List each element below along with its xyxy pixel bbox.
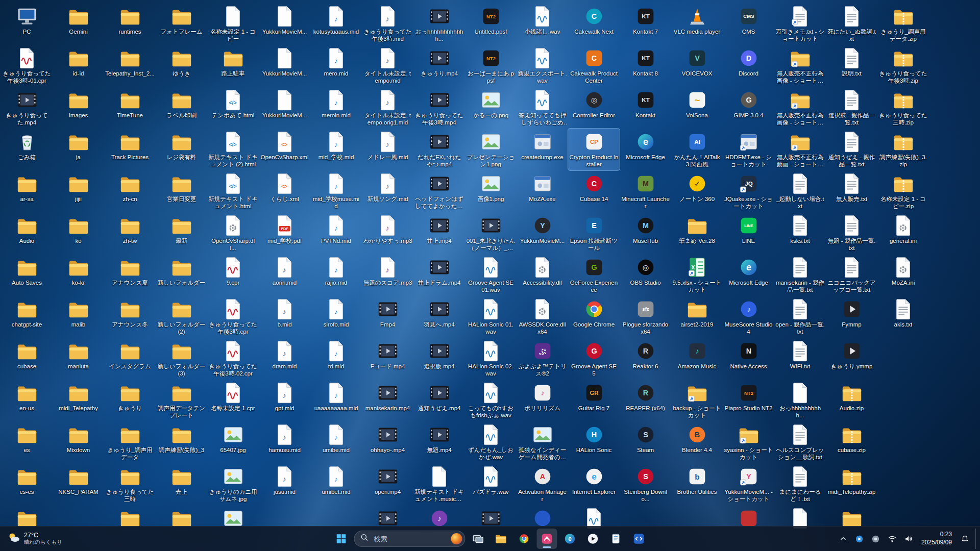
- desktop-icon[interactable]: PDFmid_学校.pdf: [259, 212, 310, 254]
- show-desktop-strip[interactable]: [975, 529, 978, 549]
- desktop-icon[interactable]: ♪umibe.mid: [310, 421, 362, 463]
- desktop-icon[interactable]: DDiscord: [723, 45, 774, 87]
- desktop-icon[interactable]: 65407.jpg: [207, 421, 259, 463]
- desktop-icon[interactable]: 万引きメモ.txt - ショートカット: [774, 3, 826, 45]
- desktop-icon[interactable]: manisekarin.mp4: [362, 380, 413, 421]
- desktop-icon[interactable]: malib: [53, 296, 104, 338]
- desktop-icon[interactable]: 孤独なインディーゲーム開発者の一生...: [517, 421, 568, 463]
- desktop-icon[interactable]: BBlender 4.4: [671, 421, 723, 463]
- desktop-icon[interactable]: ♪メドレー風.mid: [362, 129, 413, 170]
- desktop-icon[interactable]: 井上.mp4: [413, 212, 465, 254]
- desktop-icon[interactable]: ヘッドフォンはずしててよかった.mp4: [413, 170, 465, 212]
- desktop-icon[interactable]: ニコニコバックアップコ一覧.txt: [826, 254, 877, 296]
- desktop-icon[interactable]: こってものhすおもfdsbぷぁ.wav: [465, 380, 517, 421]
- desktop-icon[interactable]: 9.cpr: [207, 254, 259, 296]
- desktop-icon[interactable]: bBrother Utilities: [671, 463, 723, 505]
- tray-app-blue-icon[interactable]: [852, 530, 867, 548]
- desktop-icon[interactable]: ♪gpt.mid: [259, 380, 310, 421]
- desktop-icon[interactable]: 無題 - 親作品一覧.txt: [826, 212, 877, 254]
- desktop-icon[interactable]: ごみ箱: [1, 129, 53, 170]
- desktop-icon[interactable]: きゅうり食ってた午後3時-02.cpr: [207, 338, 259, 380]
- desktop-icon[interactable]: HHALion Sonic: [568, 421, 620, 463]
- desktop-icon[interactable]: きゅうり_調声用データ: [104, 421, 156, 463]
- desktop-icon[interactable]: NT2Untitled.ppsf: [465, 3, 517, 45]
- desktop-icon[interactable]: 答え知ってても押しずらいわごめん.wav: [517, 87, 568, 129]
- desktop-icon[interactable]: ksks.txt: [774, 212, 826, 254]
- desktop-icon[interactable]: NNative Access: [723, 338, 774, 380]
- desktop-icon[interactable]: GRGuitar Rig 7: [568, 380, 620, 421]
- desktop-icon[interactable]: Audio: [1, 212, 53, 254]
- desktop-icon[interactable]: runtimes: [104, 3, 156, 45]
- desktop-icon[interactable]: general.ini: [877, 212, 929, 254]
- desktop-icon[interactable]: ko-kr: [53, 254, 104, 296]
- desktop-icon[interactable]: ja: [53, 129, 104, 170]
- desktop-icon[interactable]: ♪b.mid: [259, 296, 310, 338]
- desktop-icon[interactable]: まにまにわーるど！.txt: [774, 463, 826, 505]
- desktop-icon[interactable]: eInternet Explorer: [568, 463, 620, 505]
- desktop-icon[interactable]: cubase.zip: [826, 421, 877, 463]
- desktop-icon[interactable]: ♪sirofo.mid: [310, 296, 362, 338]
- desktop-icon[interactable]: おっhhhhhhhhhh...: [774, 380, 826, 421]
- desktop-icon[interactable]: 説明.txt: [826, 45, 877, 87]
- desktop-icon[interactable]: 路上駐車: [207, 45, 259, 87]
- desktop-icon[interactable]: ♪rajio.mid: [310, 254, 362, 296]
- desktop-icon[interactable]: ar-sa: [1, 170, 53, 212]
- desktop-icon[interactable]: YukkuriMovieM...: [259, 3, 310, 45]
- desktop-icon[interactable]: 新しいフォルダー (2): [156, 296, 207, 338]
- desktop-icon[interactable]: ~VoiSona: [671, 87, 723, 129]
- desktop-icon[interactable]: Accessibility.dll: [517, 254, 568, 296]
- desktop-icon[interactable]: GGIMP 3.0.4: [723, 87, 774, 129]
- desktop-icon[interactable]: Telepathy_Inst_2...: [104, 45, 156, 87]
- desktop-icon[interactable]: きゅうり食ってた午後3時-01.cpr: [1, 45, 53, 87]
- desktop-icon[interactable]: おっhhhhhhhhhhhh...: [413, 3, 465, 45]
- desktop-icon[interactable]: アナウンス夏: [104, 254, 156, 296]
- taskbar-app-code[interactable]: [629, 529, 649, 549]
- desktop-icon[interactable]: 無題.mp4: [413, 421, 465, 463]
- taskbar-app-chrome[interactable]: [514, 529, 534, 549]
- desktop-icon[interactable]: NT2おーばーまにあ.ppsf: [465, 45, 517, 87]
- desktop-icon[interactable]: きゅうり.mp4: [413, 45, 465, 87]
- desktop-icon[interactable]: </>新規テキスト ドキュメント (2).html: [207, 129, 259, 170]
- desktop-icon[interactable]: CCakewalk Next: [568, 3, 620, 45]
- desktop-icon[interactable]: HDDFMT.exe - ショートカット: [723, 129, 774, 170]
- desktop-icon[interactable]: manisekarin - 親作品一覧.txt: [774, 254, 826, 296]
- desktop-icon[interactable]: 調声練習(失敗)_3: [156, 421, 207, 463]
- taskbar-app-app-pink[interactable]: [537, 529, 557, 549]
- desktop-icon[interactable]: RReaktor 6: [620, 338, 671, 380]
- desktop-icon[interactable]: maniuta: [53, 338, 104, 380]
- desktop-icon[interactable]: ♪mid_学校.mid: [310, 129, 362, 170]
- desktop-icon[interactable]: YYukkuriMovieM... - ショートカット: [723, 463, 774, 505]
- desktop-icon[interactable]: zh-cn: [104, 170, 156, 212]
- desktop-icon[interactable]: WIFI.txt: [774, 338, 826, 380]
- desktop-icon[interactable]: 無人販売.txt: [826, 170, 877, 212]
- desktop-icon[interactable]: 新しいフォルダー: [156, 254, 207, 296]
- desktop-icon[interactable]: 営業日変更: [156, 170, 207, 212]
- desktop-icon[interactable]: GGeForce Experience: [568, 254, 620, 296]
- desktop-icon[interactable]: 選択版.mp4: [413, 338, 465, 380]
- desktop-icon[interactable]: 調声用データテンプレート: [156, 380, 207, 421]
- desktop-icon[interactable]: ラベル印刷: [156, 87, 207, 129]
- desktop-icon[interactable]: ぷぷよぷよ™テトリス®2: [517, 338, 568, 380]
- desktop-icon[interactable]: ♪jusu.mid: [259, 463, 310, 505]
- desktop-icon[interactable]: ◎OBS Studio: [620, 254, 671, 296]
- desktop-icon[interactable]: AActivation Manager: [517, 463, 568, 505]
- desktop-icon[interactable]: ♪ポリリリズム: [517, 380, 568, 421]
- desktop-icon[interactable]: 筆まめ Ver.28: [671, 212, 723, 254]
- desktop-icon[interactable]: EEpson 接続診断ツール: [568, 212, 620, 254]
- taskbar-app-notepad[interactable]: [606, 529, 626, 549]
- desktop-icon[interactable]: 新規エクスポート.wav: [517, 45, 568, 87]
- desktop-icon[interactable]: jijii: [53, 170, 104, 212]
- desktop-icon[interactable]: プレゼンテーション1.png: [465, 129, 517, 170]
- desktop-icon[interactable]: CCubase 14: [568, 170, 620, 212]
- desktop-icon[interactable]: AWSSDK.Core.dll x64: [517, 296, 568, 338]
- desktop-icon[interactable]: 新しいフォルダー (3): [156, 338, 207, 380]
- desktop-icon[interactable]: PC: [1, 3, 53, 45]
- desktop-icon[interactable]: Track Pictures: [104, 129, 156, 170]
- desktop-icon[interactable]: es: [1, 421, 53, 463]
- desktop-icon[interactable]: ♪aorin.mid: [259, 254, 310, 296]
- search-highlight-icon[interactable]: [451, 533, 462, 544]
- desktop-icon[interactable]: YYukkuriMovieM...: [517, 212, 568, 254]
- taskbar-clock[interactable]: 0:23 2025/09/09: [917, 530, 956, 547]
- desktop-icon[interactable]: AIかんたん！AITalk 3 関西風: [671, 129, 723, 170]
- desktop-icon[interactable]: Audio.zip: [826, 380, 877, 421]
